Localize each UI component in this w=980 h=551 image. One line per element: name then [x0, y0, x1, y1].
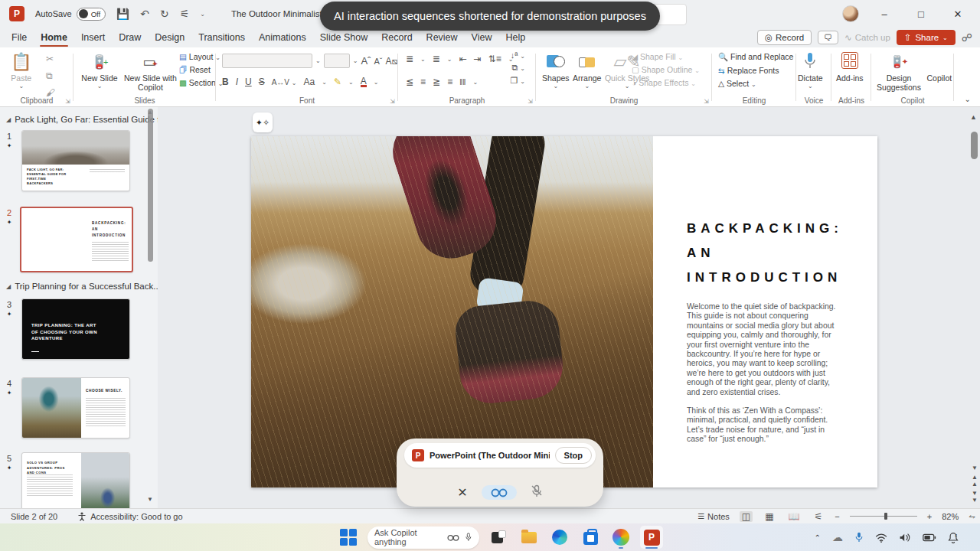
tab-home[interactable]: Home: [34, 29, 74, 46]
shapes-button[interactable]: Shapes⌄: [542, 47, 570, 90]
accessibility-status[interactable]: Accessibility: Good to go: [77, 512, 182, 521]
drawing-dialog-launcher[interactable]: ⇲: [704, 98, 709, 105]
character-spacing-icon[interactable]: A↔V ⌄: [272, 78, 297, 86]
underline-button[interactable]: U: [245, 77, 252, 87]
slide-counter[interactable]: Slide 2 of 20: [11, 512, 57, 521]
find-replace-button[interactable]: 🔍 Find and Replace: [718, 52, 793, 62]
clear-formatting-icon[interactable]: A⧅: [385, 56, 397, 67]
zoom-out-icon[interactable]: −: [835, 512, 839, 521]
taskbar-search[interactable]: Ask Copilot anything: [368, 527, 479, 549]
collapse-ribbon-chevron-icon[interactable]: ⌄: [965, 95, 971, 103]
font-name-combobox[interactable]: [222, 54, 312, 68]
tab-draw[interactable]: Draw: [112, 29, 148, 46]
bullets-icon[interactable]: ≣: [406, 54, 413, 64]
tab-slide-show[interactable]: Slide Show: [313, 29, 375, 46]
close-session-icon[interactable]: ✕: [457, 485, 467, 500]
slideshow-button[interactable]: ⚟: [812, 511, 825, 522]
current-slide[interactable]: BACKPACKING: AN INTRODUCTION Welcome to …: [251, 136, 877, 487]
normal-view-button[interactable]: ◫: [740, 511, 753, 522]
notification-bell-icon[interactable]: z: [948, 532, 959, 543]
next-slide-icon[interactable]: ▼▼: [972, 490, 978, 504]
new-slide-button[interactable]: 🪫+ New Slide⌄: [80, 47, 119, 90]
copilot-button[interactable]: Copilot: [926, 47, 952, 83]
maximize-button[interactable]: □: [910, 8, 933, 20]
grow-font-icon[interactable]: Aˆ: [361, 55, 371, 67]
tab-animations[interactable]: Animations: [252, 29, 313, 46]
stop-sharing-button[interactable]: Stop: [555, 447, 592, 464]
strikethrough-button[interactable]: S: [259, 77, 265, 87]
tab-review[interactable]: Review: [420, 29, 465, 46]
close-button[interactable]: ✕: [946, 8, 969, 20]
text-direction-icon[interactable]: ↓ª ⌄: [511, 51, 525, 60]
panel-scroll-down-icon[interactable]: ▼: [147, 496, 153, 503]
autosave-toggle[interactable]: Off: [77, 8, 106, 21]
present-icon[interactable]: ⚟: [180, 8, 190, 20]
record-button[interactable]: ◎Record: [757, 30, 812, 45]
tab-insert[interactable]: Insert: [74, 29, 112, 46]
numbering-icon[interactable]: ≣: [433, 54, 440, 64]
panel-scrollbar-thumb[interactable]: [148, 109, 153, 262]
slide-2-thumbnail[interactable]: BACKPACKING: AN INTRODUCTION: [20, 207, 133, 272]
convert-smartart-icon[interactable]: ❐ ⌄: [510, 76, 525, 86]
customize-qat-chevron-icon[interactable]: ⌄: [200, 11, 205, 18]
replace-fonts-button[interactable]: ⇆ Replace Fonts: [718, 66, 793, 75]
font-size-combobox[interactable]: [324, 54, 350, 68]
zoom-slider[interactable]: [850, 516, 917, 517]
fit-slide-icon[interactable]: ⥊: [969, 511, 975, 521]
align-text-icon[interactable]: ⧉ ⌄: [511, 63, 525, 73]
copy-icon[interactable]: ⧉: [46, 70, 55, 81]
slide-text-block[interactable]: BACKPACKING: AN INTRODUCTION Welcome to …: [687, 217, 840, 445]
section-header-2[interactable]: ◢ Trip Planning for a Successful Back...: [6, 282, 158, 291]
design-suggestions-button[interactable]: 🪫✦ Design Suggestions: [874, 47, 923, 92]
save-icon[interactable]: 💾: [116, 8, 129, 20]
canvas-scrollbar-thumb[interactable]: [971, 132, 978, 159]
task-view-button[interactable]: [487, 526, 510, 549]
cut-icon[interactable]: ✂: [46, 54, 55, 64]
start-button[interactable]: [337, 526, 360, 549]
shrink-font-icon[interactable]: Aˇ: [374, 57, 382, 66]
designer-sparkle-button[interactable]: ✦✧: [253, 112, 273, 132]
minimize-button[interactable]: –: [873, 8, 896, 20]
reading-view-button[interactable]: 📖: [786, 511, 802, 522]
battery-icon[interactable]: [923, 533, 936, 542]
canvas-scroll-up-icon[interactable]: ▲: [970, 113, 977, 121]
align-right-icon[interactable]: ≧: [433, 77, 440, 87]
increase-indent-icon[interactable]: ⇥: [474, 54, 482, 64]
onedrive-cloud-icon[interactable]: ☁: [832, 531, 843, 543]
shape-outline-button[interactable]: ▢ Shape Outline ⌄: [632, 65, 700, 74]
file-explorer-button[interactable]: [518, 526, 541, 549]
mic-muted-toggle[interactable]: [531, 484, 543, 500]
slide-1-thumbnail[interactable]: PACK LIGHT, GO FAR: ESSENTIAL GUIDE FOR …: [21, 130, 130, 191]
select-button[interactable]: △ Select ⌄: [718, 79, 793, 88]
tab-record[interactable]: Record: [374, 29, 419, 46]
change-case-icon[interactable]: Aa: [304, 77, 315, 87]
copilot-session-dialog[interactable]: P PowerPoint (The Outdoor Minimalist - A…: [397, 439, 603, 507]
screen-view-toggle[interactable]: [482, 485, 517, 500]
catch-up-button[interactable]: ∿Catch up: [844, 32, 890, 43]
zoom-slider-thumb[interactable]: [884, 513, 887, 520]
decrease-indent-icon[interactable]: ⇤: [459, 54, 467, 64]
slide-3-thumbnail[interactable]: TRIP PLANNING: THE ART OF CHOOSING YOUR …: [21, 298, 130, 360]
microsoft-store-button[interactable]: [579, 526, 602, 549]
tab-transitions[interactable]: Transitions: [191, 29, 252, 46]
italic-button[interactable]: I: [236, 77, 238, 87]
tab-view[interactable]: View: [465, 29, 499, 46]
edge-browser-button[interactable]: [548, 526, 571, 549]
paste-button[interactable]: 📋 Paste⌄: [11, 47, 31, 90]
tray-expand-chevron-icon[interactable]: ⌃: [815, 533, 821, 542]
canvas-scroll-down-icon[interactable]: ▼: [972, 465, 978, 471]
align-left-icon[interactable]: ≦: [406, 77, 413, 87]
new-slide-with-copilot-button[interactable]: ▭✦ New Slide with Copilot: [122, 47, 178, 92]
columns-icon[interactable]: ‖‖: [459, 78, 466, 86]
justify-icon[interactable]: ≡: [447, 77, 452, 87]
text-highlight-icon[interactable]: ✎: [334, 77, 341, 87]
arrange-button[interactable]: Arrange⌄: [573, 47, 601, 90]
clipboard-dialog-launcher[interactable]: ⇲: [65, 98, 70, 105]
tab-file[interactable]: File: [5, 29, 34, 46]
slide-4-thumbnail[interactable]: CHOOSE WISELY.: [21, 377, 130, 439]
volume-icon[interactable]: [899, 533, 911, 543]
tray-mic-icon[interactable]: [854, 531, 864, 543]
autosave-control[interactable]: AutoSave Off: [35, 8, 106, 21]
share-button[interactable]: ⇧Share⌄: [897, 30, 956, 45]
font-color-icon[interactable]: A: [361, 77, 367, 87]
